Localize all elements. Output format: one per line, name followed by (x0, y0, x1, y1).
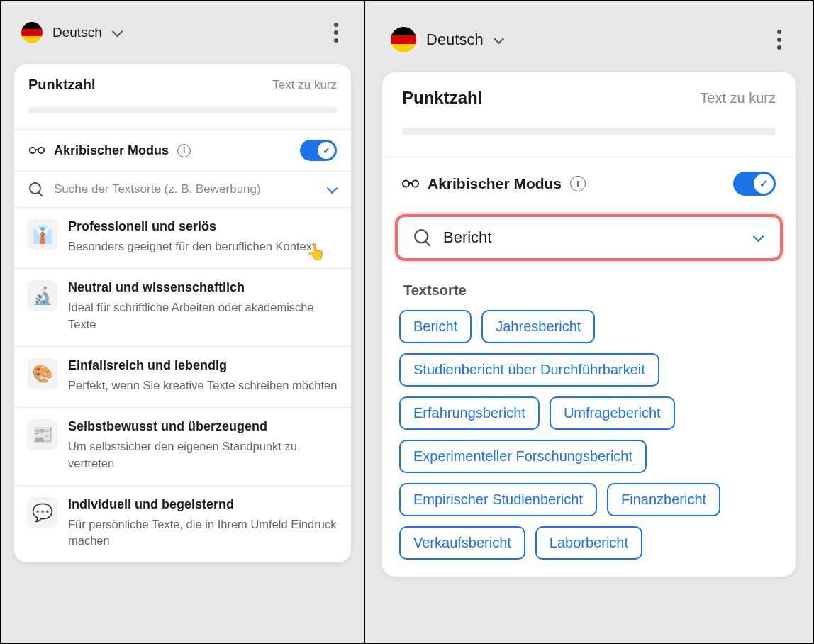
chevron-down-icon (494, 35, 503, 45)
mode-toggle[interactable] (300, 140, 337, 161)
svg-point-0 (30, 148, 35, 153)
text-type-tags: BerichtJahresberichtStudienbericht über … (382, 306, 796, 577)
style-icon: 🎨 (27, 358, 58, 389)
glasses-icon (28, 142, 45, 159)
text-type-section-label: Textsorte (382, 265, 796, 306)
style-title: Professionell und seriös (68, 219, 338, 234)
language-label: Deutsch (52, 25, 102, 40)
style-desc: Für persönliche Texte, die in Ihrem Umfe… (68, 516, 338, 550)
style-option[interactable]: 📰Selbstbewusst und überzeugendUm selbsts… (14, 408, 351, 486)
text-type-search-highlighted[interactable]: Bericht (395, 214, 783, 261)
style-title: Neutral und wissenschaftlich (68, 280, 338, 295)
text-type-tag[interactable]: Umfragebericht (550, 396, 675, 430)
score-progress-bar (28, 107, 337, 113)
text-type-search[interactable]: Suche der Textsorte (z. B. Bewerbung) (14, 172, 351, 207)
mode-label: Akribischer Modus (428, 175, 562, 192)
chevron-down-icon (112, 28, 122, 38)
style-icon: 📰 (27, 419, 58, 450)
search-icon (28, 182, 44, 197)
style-icon: 💬 (27, 497, 58, 528)
text-type-tag[interactable]: Empirischer Studienbericht (399, 483, 597, 516)
text-type-tag[interactable]: Studienbericht über Durchführbarkeit (399, 353, 659, 387)
style-desc: Perfekt, wenn Sie kreative Texte schreib… (68, 377, 338, 394)
score-progress-bar (402, 128, 776, 135)
mode-label: Akribischer Modus (54, 143, 169, 158)
text-type-tag[interactable]: Finanzbericht (607, 483, 720, 516)
text-type-tag[interactable]: Bericht (399, 310, 472, 343)
style-desc: Um selbstsicher den eigenen Standpunkt z… (68, 438, 338, 472)
style-title: Einfallsreich und lebendig (68, 358, 338, 373)
style-title: Selbstbewusst und überzeugend (68, 419, 338, 434)
text-type-tag[interactable]: Erfahrungsbericht (399, 396, 540, 430)
search-value: Bericht (443, 228, 743, 247)
style-desc: Besonders geeignet für den beruflichen K… (68, 238, 338, 255)
svg-point-2 (403, 180, 409, 187)
language-label: Deutsch (426, 30, 484, 49)
style-option[interactable]: 🎨Einfallsreich und lebendigPerfekt, wenn… (14, 347, 351, 408)
style-icon: 🔬 (27, 280, 58, 311)
more-menu-button[interactable] (771, 24, 787, 55)
style-icon: 👔 (27, 219, 58, 250)
mode-toggle[interactable] (733, 172, 776, 196)
info-icon[interactable]: i (570, 176, 586, 191)
info-icon[interactable]: i (177, 144, 191, 157)
style-desc: Ideal für schriftliche Arbeiten oder aka… (68, 299, 338, 333)
text-type-tag[interactable]: Experimenteller Forschungsbericht (399, 440, 647, 473)
text-type-tag[interactable]: Verkaufsbericht (399, 526, 525, 560)
style-option[interactable]: 🔬Neutral und wissenschaftlichIdeal für s… (14, 269, 351, 347)
style-title: Individuell und begeisternd (68, 497, 338, 512)
flag-de-icon (391, 27, 416, 52)
language-selector[interactable]: Deutsch (21, 22, 122, 43)
text-type-tag[interactable]: Laborbericht (535, 526, 642, 560)
style-option[interactable]: 👔Professionell und seriösBesonders geeig… (14, 208, 351, 269)
flag-de-icon (21, 22, 43, 43)
score-status: Text zu kurz (272, 78, 337, 92)
search-icon (413, 228, 432, 247)
language-selector[interactable]: Deutsch (391, 27, 503, 52)
chevron-down-icon (753, 233, 763, 243)
score-status: Text zu kurz (700, 90, 776, 106)
chevron-down-icon (327, 184, 337, 194)
more-menu-button[interactable] (328, 17, 344, 48)
score-title: Punktzahl (402, 88, 482, 108)
search-placeholder: Suche der Textsorte (z. B. Bewerbung) (54, 182, 317, 196)
score-title: Punktzahl (28, 77, 95, 93)
style-list[interactable]: 👔Professionell und seriösBesonders geeig… (14, 207, 351, 562)
text-type-tag[interactable]: Jahresbericht (481, 310, 595, 343)
svg-point-1 (38, 148, 44, 153)
svg-point-3 (412, 180, 418, 187)
style-option[interactable]: 💬Individuell und begeisterndFür persönli… (14, 486, 351, 563)
glasses-icon (402, 175, 419, 192)
